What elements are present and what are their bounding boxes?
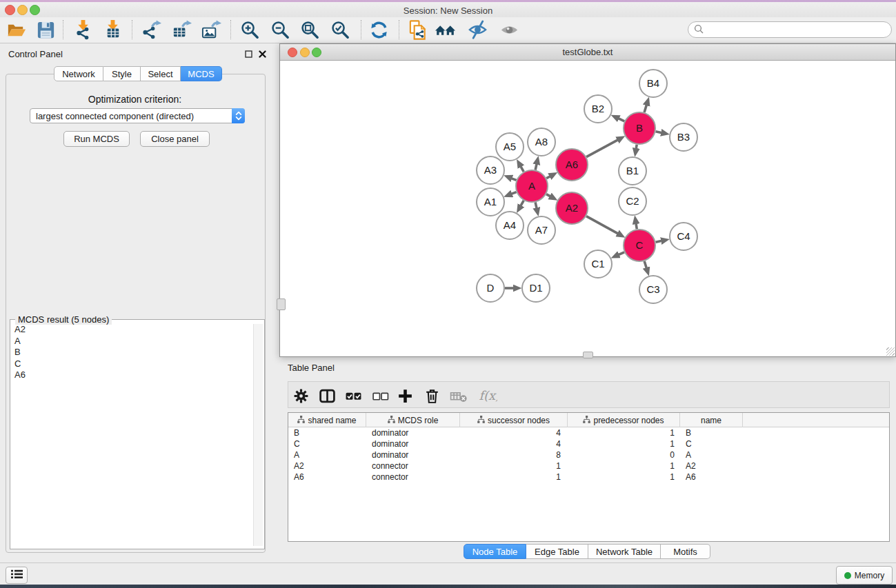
add-column-icon[interactable] bbox=[395, 387, 415, 405]
network-canvas[interactable]: B4B2BB3A8A5A6A3B1AA1C2A2A4A7C4CC1DD1C3 bbox=[280, 61, 895, 356]
export-table-icon[interactable] bbox=[170, 18, 193, 41]
zoom-in-icon[interactable] bbox=[238, 18, 261, 41]
graph-node-A5[interactable]: A5 bbox=[496, 133, 524, 161]
import-table-icon[interactable] bbox=[101, 18, 124, 41]
select-all-checkboxes-icon[interactable] bbox=[343, 387, 364, 405]
column-header-filler bbox=[743, 413, 889, 427]
home-layout-icon[interactable] bbox=[433, 18, 457, 41]
column-header-MCDS-role[interactable]: MCDS role bbox=[366, 413, 460, 427]
result-list-scrollbar[interactable] bbox=[253, 324, 263, 546]
svg-text:C2: C2 bbox=[626, 195, 639, 207]
show-panels-icon[interactable] bbox=[497, 18, 521, 41]
mcds-result-item[interactable]: B bbox=[10, 347, 252, 358]
zoom-selected-icon[interactable] bbox=[328, 18, 352, 41]
table-row[interactable]: Cdominator41C bbox=[288, 438, 889, 449]
tab-node-table[interactable]: Node Table bbox=[464, 544, 526, 559]
table-row[interactable]: Adominator80A bbox=[288, 449, 889, 460]
refresh-network-icon[interactable] bbox=[367, 18, 390, 41]
zoom-out-icon[interactable] bbox=[268, 18, 292, 41]
float-panel-icon[interactable] bbox=[245, 50, 252, 60]
function-builder-icon: f(x) bbox=[477, 387, 497, 405]
resize-grip[interactable] bbox=[886, 347, 895, 356]
table-cell: A bbox=[680, 450, 743, 460]
table-cell: 1 bbox=[460, 472, 568, 482]
optimization-criterion-select[interactable]: largest connected component (directed) bbox=[30, 108, 245, 123]
graph-node-A1[interactable]: A1 bbox=[477, 188, 504, 216]
graph-node-C3[interactable]: C3 bbox=[639, 276, 667, 303]
svg-text:A2: A2 bbox=[566, 202, 578, 214]
import-network-icon[interactable] bbox=[71, 18, 94, 41]
graph-node-B[interactable]: B bbox=[624, 112, 655, 144]
column-header-name[interactable]: name bbox=[680, 413, 743, 427]
graph-node-C2[interactable]: C2 bbox=[619, 187, 646, 215]
graph-node-D[interactable]: D bbox=[477, 274, 504, 302]
table-cell: C bbox=[680, 439, 743, 449]
table-cell: 0 bbox=[568, 450, 680, 460]
mcds-result-item[interactable]: A2 bbox=[10, 324, 252, 336]
status-menu-button[interactable] bbox=[6, 567, 28, 584]
tab-network[interactable]: Network bbox=[54, 66, 103, 81]
control-panel-buttons bbox=[245, 50, 266, 60]
table-row[interactable]: A6connector11A6 bbox=[288, 472, 889, 483]
vertical-scroll-thumb[interactable] bbox=[277, 298, 286, 310]
graph-node-B1[interactable]: B1 bbox=[619, 157, 646, 185]
tab-select[interactable]: Select bbox=[141, 66, 181, 81]
mcds-result-item[interactable]: A bbox=[10, 336, 252, 347]
delete-column-icon[interactable] bbox=[421, 387, 442, 405]
tab-style[interactable]: Style bbox=[103, 66, 141, 81]
graph-node-A[interactable]: A bbox=[516, 170, 548, 202]
edge-A-A4 bbox=[521, 201, 524, 205]
zoom-fit-icon[interactable] bbox=[298, 18, 321, 41]
toolbar-separator bbox=[132, 20, 132, 39]
clear-checkboxes-icon[interactable] bbox=[370, 387, 390, 405]
column-header-shared-name[interactable]: shared name bbox=[288, 413, 366, 427]
mcds-result-item[interactable]: C bbox=[10, 358, 252, 370]
svg-text:B: B bbox=[636, 122, 643, 134]
graph-node-A7[interactable]: A7 bbox=[528, 216, 555, 244]
graph-node-A8[interactable]: A8 bbox=[528, 128, 555, 156]
graph-node-D1[interactable]: D1 bbox=[522, 274, 550, 302]
svg-text:B1: B1 bbox=[626, 165, 639, 176]
search-field[interactable] bbox=[688, 21, 892, 38]
tab-network-table[interactable]: Network Table bbox=[588, 544, 661, 559]
clone-network-icon[interactable] bbox=[406, 18, 429, 41]
table-row[interactable]: A2connector11A2 bbox=[288, 460, 889, 472]
graph-node-C[interactable]: C bbox=[624, 230, 655, 261]
table-row[interactable]: Bdominator41B bbox=[288, 427, 889, 438]
close-panel-button[interactable]: Close panel bbox=[140, 131, 210, 147]
graph-node-C4[interactable]: C4 bbox=[670, 223, 697, 250]
tab-motifs[interactable]: Motifs bbox=[661, 544, 710, 559]
toolbar-separator bbox=[399, 20, 399, 39]
graph-node-A2[interactable]: A2 bbox=[556, 192, 588, 224]
graph-node-A4[interactable]: A4 bbox=[496, 212, 524, 239]
close-panel-icon[interactable] bbox=[259, 50, 266, 60]
export-image-icon[interactable] bbox=[199, 18, 223, 41]
graph-node-A6[interactable]: A6 bbox=[556, 149, 588, 181]
split-columns-icon[interactable] bbox=[317, 387, 337, 405]
table-cell: 4 bbox=[460, 439, 568, 449]
graph-node-C1[interactable]: C1 bbox=[584, 250, 612, 278]
graph-node-B4[interactable]: B4 bbox=[639, 70, 667, 97]
graph-node-B3[interactable]: B3 bbox=[670, 123, 697, 151]
save-session-icon[interactable] bbox=[34, 18, 57, 41]
open-folder-icon[interactable] bbox=[4, 18, 28, 41]
tab-edge-table[interactable]: Edge Table bbox=[526, 544, 588, 559]
export-network-icon[interactable] bbox=[139, 18, 163, 41]
graph-node-B2[interactable]: B2 bbox=[584, 95, 612, 123]
search-input[interactable] bbox=[707, 24, 891, 36]
network-view-window: testGlobe.txt B4B2BB3A8A5A6A3B1AA1C2A2A4… bbox=[279, 43, 896, 357]
svg-text:f(x): f(x) bbox=[479, 389, 497, 403]
optimization-criterion-label: Optimization criterion: bbox=[6, 94, 264, 105]
hide-panels-icon[interactable] bbox=[466, 18, 489, 41]
run-mcds-button[interactable]: Run MCDS bbox=[63, 131, 130, 147]
tab-mcds[interactable]: MCDS bbox=[181, 66, 222, 81]
horizontal-scroll-thumb[interactable] bbox=[583, 352, 593, 358]
memory-button[interactable]: Memory bbox=[836, 566, 893, 585]
column-header-predecessor-nodes[interactable]: predecessor nodes bbox=[568, 413, 680, 427]
column-header-successor-nodes[interactable]: successor nodes bbox=[460, 413, 568, 427]
settings-gear-icon[interactable] bbox=[290, 387, 311, 405]
table-cell: 1 bbox=[568, 428, 680, 438]
tree-icon bbox=[297, 416, 305, 425]
mcds-result-item[interactable]: A6 bbox=[10, 369, 252, 381]
graph-node-A3[interactable]: A3 bbox=[477, 156, 504, 184]
